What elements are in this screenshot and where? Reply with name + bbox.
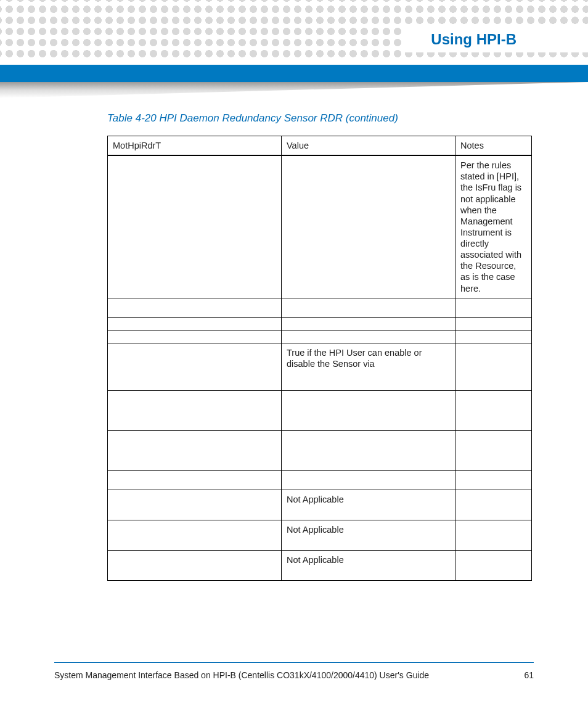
cell [108,520,282,551]
chapter-title: Using HPI-B [420,30,521,49]
page-footer: System Management Interface Based on HPI… [54,670,534,680]
page-content: Table 4-20 HPI Daemon Redundancy Sensor … [107,112,530,581]
table-row: True if the HPI User can enable or disab… [108,343,532,390]
table-row [108,470,532,490]
table-row: Per the rules stated in [HPI], the IsFru… [108,155,532,298]
footer-rule [54,662,534,663]
cell [108,155,282,298]
cell: Not Applicable [282,551,455,581]
cell [455,390,532,430]
cell [282,317,455,330]
header-shadow-wedge [0,82,588,98]
cell [455,470,532,490]
cell [455,490,532,520]
cell [455,520,532,551]
table-row [108,298,532,317]
cell [282,298,455,317]
table-caption: Table 4-20 HPI Daemon Redundancy Sensor … [107,112,530,125]
header-blue-bar [0,65,588,82]
table-body: Per the rules stated in [HPI], the IsFru… [108,155,532,581]
table-row [108,330,532,343]
cell [455,298,532,317]
cell [282,330,455,343]
cell: Not Applicable [282,490,455,520]
cell [108,490,282,520]
cell [455,317,532,330]
cell [282,430,455,470]
footer-doc-title: System Management Interface Based on HPI… [54,670,429,680]
cell [108,390,282,430]
table-row [108,390,532,430]
cell [108,551,282,581]
footer-page-number: 61 [524,670,534,680]
cell [108,343,282,390]
cell [455,551,532,581]
cell [108,330,282,343]
col-header-value: Value [282,136,455,156]
cell [455,343,532,390]
table-row: Not Applicable [108,551,532,581]
table-row: Not Applicable [108,490,532,520]
table-row: Not Applicable [108,520,532,551]
table-row [108,430,532,470]
cell [282,470,455,490]
cell [108,470,282,490]
cell [108,430,282,470]
cell [282,155,455,298]
cell: Not Applicable [282,520,455,551]
rdr-table: MotHpiRdrT Value Notes Per the rules sta… [107,136,532,581]
cell [455,330,532,343]
col-header-mothpirdrt: MotHpiRdrT [108,136,282,156]
table-row [108,317,532,330]
table-header-row: MotHpiRdrT Value Notes [108,136,532,156]
cell [282,390,455,430]
cell [108,317,282,330]
cell [455,430,532,470]
cell: True if the HPI User can enable or disab… [282,343,455,390]
cell [108,298,282,317]
cell: Per the rules stated in [HPI], the IsFru… [455,155,532,298]
col-header-notes: Notes [455,136,532,156]
